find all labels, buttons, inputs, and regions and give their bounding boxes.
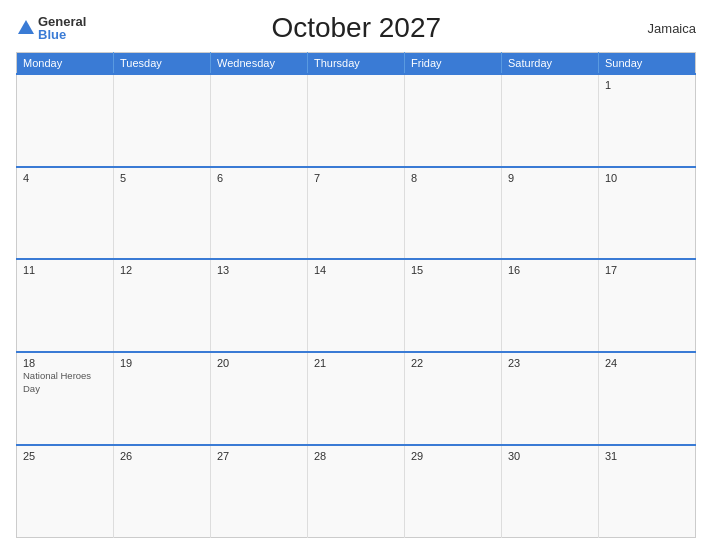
calendar-day-18: 18National Heroes Day — [17, 352, 114, 445]
day-number: 31 — [605, 450, 689, 462]
day-number: 14 — [314, 264, 398, 276]
header: General Blue October 2027 Jamaica — [16, 12, 696, 44]
col-header-tuesday: Tuesday — [114, 53, 211, 75]
week-row-4: 18National Heroes Day192021222324 — [17, 352, 696, 445]
calendar-day-1: 1 — [599, 74, 696, 167]
day-number: 18 — [23, 357, 107, 369]
empty-cell — [17, 74, 114, 167]
calendar-day-31: 31 — [599, 445, 696, 538]
calendar-day-30: 30 — [502, 445, 599, 538]
calendar-day-9: 9 — [502, 167, 599, 260]
week-row-5: 25262728293031 — [17, 445, 696, 538]
calendar-day-28: 28 — [308, 445, 405, 538]
calendar-title: October 2027 — [86, 12, 626, 44]
day-number: 1 — [605, 79, 689, 91]
calendar-day-10: 10 — [599, 167, 696, 260]
day-number: 24 — [605, 357, 689, 369]
day-number: 11 — [23, 264, 107, 276]
calendar-day-12: 12 — [114, 259, 211, 352]
day-number: 5 — [120, 172, 204, 184]
day-number: 10 — [605, 172, 689, 184]
page: General Blue October 2027 Jamaica Monday… — [0, 0, 712, 550]
day-number: 7 — [314, 172, 398, 184]
day-number: 27 — [217, 450, 301, 462]
calendar-day-25: 25 — [17, 445, 114, 538]
calendar-day-8: 8 — [405, 167, 502, 260]
calendar-day-22: 22 — [405, 352, 502, 445]
calendar-day- — [405, 74, 502, 167]
holiday-label: National Heroes Day — [23, 370, 91, 394]
day-number: 29 — [411, 450, 495, 462]
calendar-header-row: MondayTuesdayWednesdayThursdayFridaySatu… — [17, 53, 696, 75]
calendar-day-23: 23 — [502, 352, 599, 445]
logo-triangle-icon — [18, 20, 34, 34]
calendar-day-26: 26 — [114, 445, 211, 538]
col-header-monday: Monday — [17, 53, 114, 75]
day-number: 13 — [217, 264, 301, 276]
calendar-day-14: 14 — [308, 259, 405, 352]
calendar-table: MondayTuesdayWednesdayThursdayFridaySatu… — [16, 52, 696, 538]
calendar-day-27: 27 — [211, 445, 308, 538]
col-header-thursday: Thursday — [308, 53, 405, 75]
day-number: 21 — [314, 357, 398, 369]
calendar-day- — [308, 74, 405, 167]
day-number: 4 — [23, 172, 107, 184]
day-number: 15 — [411, 264, 495, 276]
calendar-day-16: 16 — [502, 259, 599, 352]
col-header-friday: Friday — [405, 53, 502, 75]
calendar-day-4: 4 — [17, 167, 114, 260]
day-number: 8 — [411, 172, 495, 184]
empty-cell — [211, 74, 308, 167]
day-number: 25 — [23, 450, 107, 462]
calendar-day-11: 11 — [17, 259, 114, 352]
calendar-day-5: 5 — [114, 167, 211, 260]
calendar-day-29: 29 — [405, 445, 502, 538]
day-number: 20 — [217, 357, 301, 369]
logo-blue: Blue — [38, 28, 86, 41]
calendar-day-17: 17 — [599, 259, 696, 352]
col-header-wednesday: Wednesday — [211, 53, 308, 75]
day-number: 28 — [314, 450, 398, 462]
day-number: 19 — [120, 357, 204, 369]
day-number: 6 — [217, 172, 301, 184]
week-row-3: 11121314151617 — [17, 259, 696, 352]
col-header-sunday: Sunday — [599, 53, 696, 75]
calendar-day-6: 6 — [211, 167, 308, 260]
logo-text-container: General Blue — [38, 15, 86, 41]
day-number: 17 — [605, 264, 689, 276]
week-row-2: 45678910 — [17, 167, 696, 260]
empty-cell — [114, 74, 211, 167]
calendar-day-19: 19 — [114, 352, 211, 445]
day-number: 23 — [508, 357, 592, 369]
day-number: 12 — [120, 264, 204, 276]
day-number: 30 — [508, 450, 592, 462]
calendar-day- — [502, 74, 599, 167]
day-number: 16 — [508, 264, 592, 276]
day-number: 9 — [508, 172, 592, 184]
col-header-saturday: Saturday — [502, 53, 599, 75]
day-number: 22 — [411, 357, 495, 369]
calendar-day-24: 24 — [599, 352, 696, 445]
calendar-day-21: 21 — [308, 352, 405, 445]
country-label: Jamaica — [626, 21, 696, 36]
day-number: 26 — [120, 450, 204, 462]
calendar-day-13: 13 — [211, 259, 308, 352]
calendar-day-20: 20 — [211, 352, 308, 445]
week-row-1: 1 — [17, 74, 696, 167]
logo: General Blue — [16, 15, 86, 41]
calendar-day-15: 15 — [405, 259, 502, 352]
calendar-day-7: 7 — [308, 167, 405, 260]
